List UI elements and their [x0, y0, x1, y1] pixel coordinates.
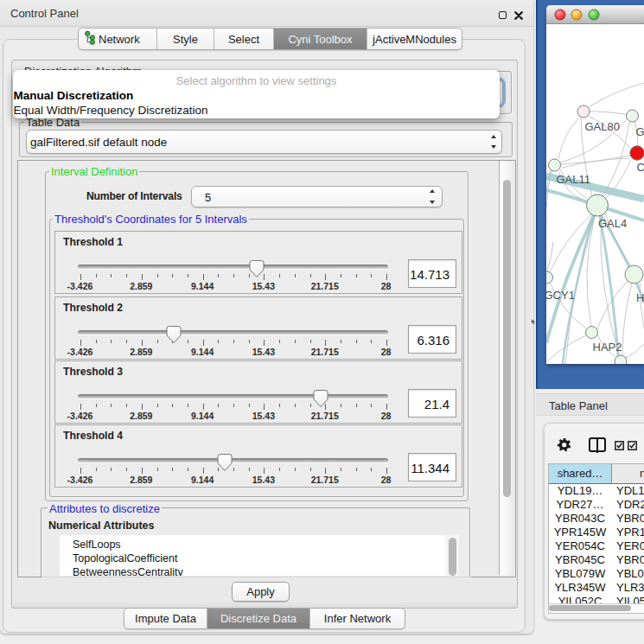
svg-text:CDC25: CDC25	[637, 161, 644, 174]
svg-text:HIS4: HIS4	[636, 291, 644, 304]
svg-text:HAP2: HAP2	[593, 341, 622, 354]
svg-text:GAL4: GAL4	[598, 217, 627, 230]
svg-text:GAL80: GAL80	[585, 120, 620, 133]
svg-text:GAL11: GAL11	[557, 173, 591, 186]
svg-text:GAL3: GAL3	[636, 125, 644, 138]
svg-text:GCY1: GCY1	[546, 289, 575, 302]
